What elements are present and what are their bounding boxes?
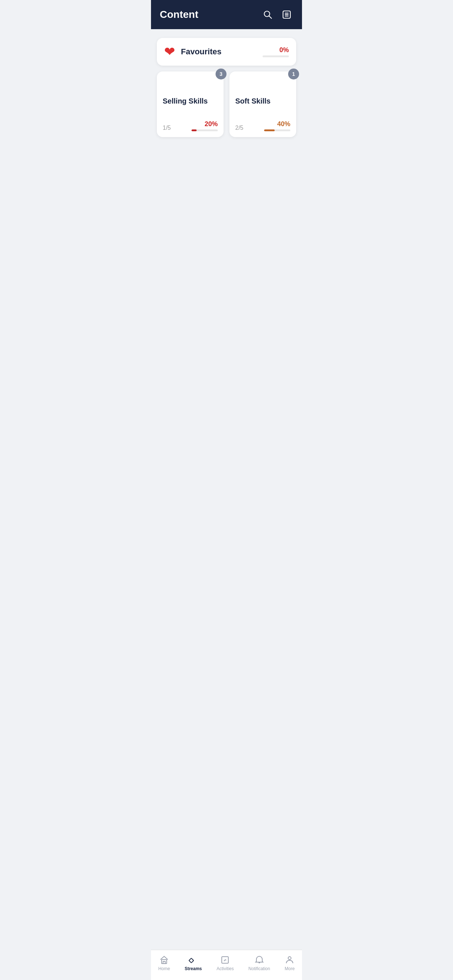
stream-card-footer-soft: 2/5 40% — [235, 120, 290, 131]
stream-fraction-selling: 1/5 — [163, 125, 171, 131]
stream-percent-selling: 20% — [205, 120, 218, 128]
search-icon — [263, 10, 273, 20]
stream-percent-soft: 40% — [277, 120, 290, 128]
search-button[interactable] — [261, 8, 274, 21]
favourites-progress-track — [263, 56, 289, 57]
stream-card-selling-skills[interactable]: 3 Selling Skills 1/5 20% — [157, 72, 223, 137]
stream-progress-track-selling — [191, 129, 218, 131]
stream-grid: 3 Selling Skills 1/5 20% 1 Soft Skills — [157, 72, 296, 137]
stream-card-badge-soft: 1 — [288, 68, 299, 80]
favourites-label: Favourites — [181, 47, 263, 57]
stream-card-badge-selling: 3 — [215, 68, 226, 80]
header: Content — [151, 0, 302, 29]
stream-progress-wrap-selling: 20% — [191, 120, 218, 131]
stream-card-title-selling: Selling Skills — [163, 86, 218, 116]
svg-point-0 — [265, 11, 270, 17]
list-icon — [282, 10, 292, 20]
header-actions — [261, 8, 293, 21]
favourites-card[interactable]: ❤ Favourites 0% — [157, 38, 296, 65]
favourites-percent: 0% — [279, 46, 289, 54]
page-title: Content — [160, 9, 198, 21]
svg-line-1 — [269, 16, 272, 19]
stream-progress-fill-soft — [264, 129, 274, 131]
heart-icon: ❤ — [164, 45, 175, 58]
stream-progress-wrap-soft: 40% — [264, 120, 290, 131]
stream-progress-fill-selling — [191, 129, 196, 131]
stream-card-title-soft: Soft Skills — [235, 86, 290, 116]
menu-button[interactable] — [280, 8, 293, 21]
main-content: ❤ Favourites 0% 3 Selling Skills 1/5 20% — [151, 29, 302, 143]
stream-progress-track-soft — [264, 129, 290, 131]
stream-fraction-soft: 2/5 — [235, 125, 243, 131]
favourites-progress: 0% — [263, 46, 289, 57]
stream-card-footer-selling: 1/5 20% — [163, 120, 218, 131]
stream-card-soft-skills[interactable]: 1 Soft Skills 2/5 40% — [230, 72, 296, 137]
